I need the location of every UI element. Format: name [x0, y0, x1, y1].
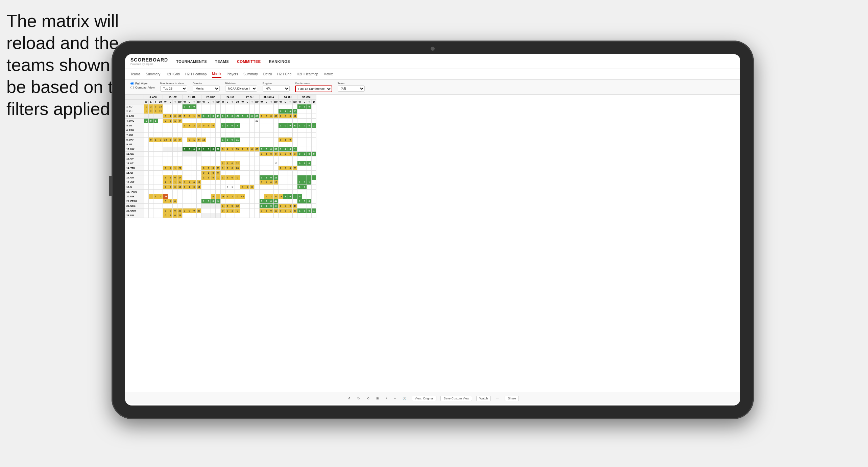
- matrix-cell: [149, 213, 153, 218]
- matrix-cell: [158, 190, 163, 194]
- matrix-cell: [273, 185, 278, 190]
- tablet-side-button: [109, 176, 112, 196]
- sub-nav-matrix2[interactable]: Matrix: [323, 71, 333, 77]
- matrix-cell: [278, 119, 283, 123]
- row-label: 5. UT: [125, 123, 144, 128]
- reset-btn[interactable]: ⟲: [365, 396, 371, 401]
- matrix-cell: 0: [240, 185, 245, 190]
- view-original-btn[interactable]: View: Original: [412, 396, 436, 401]
- matrix-cell: [259, 185, 264, 190]
- sub-nav-summary[interactable]: Summary: [146, 71, 160, 77]
- matrix-cell: [192, 156, 196, 161]
- compact-view-radio[interactable]: [130, 86, 134, 89]
- col-asu-l: L: [149, 100, 153, 104]
- matrix-cell: [225, 152, 230, 156]
- matrix-cell: [273, 171, 278, 175]
- matrix-cell: [269, 166, 273, 171]
- matrix-cell: [269, 142, 273, 147]
- matrix-cell: 1: [153, 194, 158, 199]
- full-view-option[interactable]: Full View: [130, 82, 155, 85]
- matrix-cell: 2: [192, 123, 196, 128]
- col-ucb-l: L: [206, 100, 211, 104]
- zoom-fit-btn[interactable]: ⊞: [375, 396, 380, 401]
- sub-nav-h2h-grid[interactable]: H2H Grid: [166, 71, 180, 77]
- max-teams-select[interactable]: Top 25: [160, 85, 187, 92]
- matrix-cell: [297, 204, 302, 208]
- matrix-cell: 0: [230, 123, 235, 128]
- matrix-cell: [153, 190, 158, 194]
- row-label: 9. UA: [125, 142, 144, 147]
- matrix-cell: [250, 109, 255, 114]
- zoom-out-btn[interactable]: −: [393, 396, 397, 401]
- share-btn[interactable]: Share: [505, 396, 519, 401]
- gender-filter: Gender Men's: [193, 82, 220, 92]
- matrix-cell: 0: [250, 147, 255, 152]
- matrix-cell: [283, 104, 288, 109]
- region-select[interactable]: N/A: [263, 85, 290, 92]
- sub-nav-h2h-grid2[interactable]: H2H Grid: [277, 71, 291, 77]
- clock-btn[interactable]: 🕐: [401, 396, 408, 401]
- division-select[interactable]: NCAA Division I: [225, 85, 257, 92]
- nav-committee[interactable]: COMMITTEE: [237, 58, 261, 65]
- matrix-cell: [153, 208, 158, 213]
- gender-select[interactable]: Men's: [193, 85, 220, 92]
- team-select[interactable]: (All): [338, 85, 365, 92]
- matrix-cell: [240, 166, 245, 171]
- sub-nav-h2h-heatmap2[interactable]: H2H Heatmap: [297, 71, 318, 77]
- matrix-cell: [144, 180, 149, 185]
- zoom-in-btn[interactable]: +: [384, 396, 389, 401]
- sub-nav-h2h-heatmap[interactable]: H2H Heatmap: [185, 71, 207, 77]
- matrix-cell: 16: [273, 161, 278, 166]
- table-row: 22. UCB14012130303044: [125, 204, 316, 208]
- matrix-cell: 0: [307, 152, 312, 156]
- col-uw-w: W: [163, 100, 168, 104]
- matrix-cell: [250, 156, 255, 161]
- matrix-cell: 0: [187, 114, 192, 119]
- sub-nav-detail[interactable]: Detail: [263, 71, 272, 77]
- sub-nav-players[interactable]: Players: [227, 71, 238, 77]
- compact-view-option[interactable]: Compact View: [130, 86, 155, 89]
- matrix-cell: [302, 138, 307, 142]
- col-ucla-l: L: [264, 100, 269, 104]
- col-asu: 3. ASU: [144, 95, 163, 100]
- matrix-cell: 0: [211, 194, 216, 199]
- nav-rankings[interactable]: RANKINGS: [269, 58, 290, 65]
- redo-btn[interactable]: ↻: [356, 396, 361, 401]
- col-uo-w: W: [220, 100, 225, 104]
- matrix-cell: [144, 114, 149, 119]
- matrix-cell: [216, 180, 220, 185]
- matrix-cell: [196, 166, 201, 171]
- undo-btn[interactable]: ↺: [346, 396, 352, 401]
- matrix-cell: [192, 190, 196, 194]
- sub-nav-summary2[interactable]: Summary: [243, 71, 258, 77]
- matrix-cell: 3: [292, 152, 297, 156]
- division-label: Division: [225, 82, 257, 85]
- matrix-sub-corner: [125, 100, 144, 104]
- matrix-cell: [297, 109, 302, 114]
- team-label: Team: [338, 82, 365, 85]
- matrix-cell: [192, 128, 196, 133]
- nav-teams[interactable]: TEAMS: [215, 58, 229, 65]
- save-custom-btn[interactable]: Save Custom View: [440, 396, 472, 401]
- matrix-cell: 0: [211, 166, 216, 171]
- conference-select[interactable]: Pac-12 Conference: [295, 85, 332, 92]
- matrix-cell: 1: [220, 204, 225, 208]
- nav-tournaments[interactable]: TOURNAMENTS: [176, 58, 207, 65]
- watch-btn[interactable]: Watch: [476, 396, 491, 401]
- matrix-cell: [153, 114, 158, 119]
- matrix-cell: [278, 199, 283, 204]
- matrix-cell: [245, 142, 250, 147]
- matrix-cell: [302, 119, 307, 123]
- full-view-radio[interactable]: [130, 82, 134, 85]
- sub-nav-matrix[interactable]: Matrix: [212, 71, 221, 78]
- matrix-cell: 0: [216, 171, 220, 175]
- matrix-cell: [259, 104, 264, 109]
- matrix-cell: 0: [201, 114, 206, 119]
- share-options-btn[interactable]: ⋯: [495, 396, 501, 401]
- matrix-cell: 0: [149, 138, 153, 142]
- matrix-wrapper[interactable]: 3. ASU 10. UW 11. UA 22. UCB 24. UO 27. …: [125, 95, 740, 392]
- sub-nav-teams[interactable]: Teams: [130, 71, 140, 77]
- matrix-cell: 0: [264, 194, 269, 199]
- matrix-cell: [259, 109, 264, 114]
- max-teams-label: Max teams in view: [160, 82, 187, 85]
